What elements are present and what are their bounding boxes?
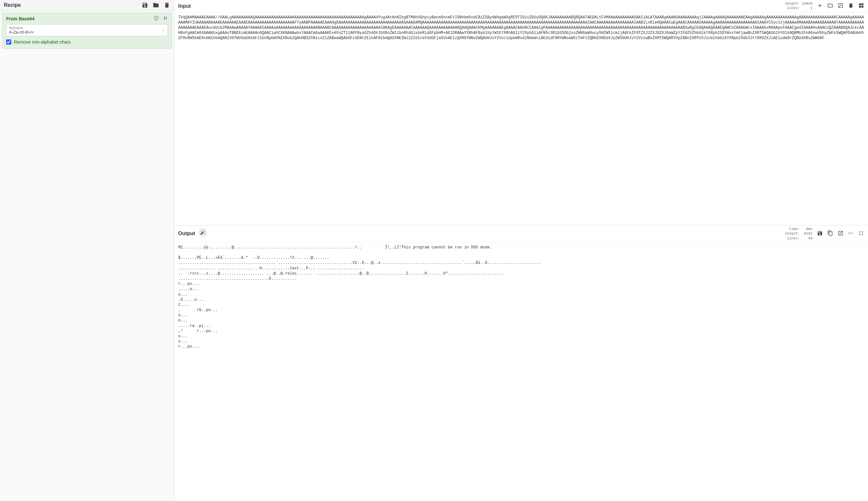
output-meta: time: 6ms length: 8192 lines: 49: [785, 227, 812, 241]
recipe-header: Recipe: [0, 0, 174, 11]
save-icon[interactable]: [142, 2, 148, 8]
maximize-icon[interactable]: [858, 230, 864, 237]
copy-icon[interactable]: [827, 230, 833, 237]
input-textarea[interactable]: TVqQAAMAAAAEAAAA//8AALgAAAAAAAAAQAAAAAAA…: [174, 12, 868, 225]
delete-icon[interactable]: [164, 2, 170, 8]
open-folder-icon[interactable]: [827, 3, 833, 9]
output-block: Output time: 6ms length: 8192 lines: 49: [174, 225, 868, 501]
output-header: Output time: 6ms length: 8192 lines: 49: [174, 225, 868, 242]
disable-icon[interactable]: [154, 15, 159, 22]
operation-header: From Base64: [2, 13, 172, 24]
output-title: Output: [178, 229, 195, 236]
magic-icon[interactable]: [198, 228, 207, 237]
input-block: Input length: 10926 lines: 1 TVqQAAMAAAA…: [174, 0, 868, 225]
input-title: Input: [178, 1, 191, 9]
reset-layout-icon[interactable]: [858, 3, 864, 9]
save-output-icon[interactable]: [817, 230, 823, 237]
recipe-panel: Recipe From Base64: [0, 0, 174, 501]
undo-icon: [848, 230, 854, 237]
add-icon[interactable]: [817, 3, 823, 9]
chevron-down-icon[interactable]: [162, 28, 165, 33]
output-textarea: MZ.........ÿÿ..¸.......@................…: [174, 242, 868, 501]
clear-input-icon[interactable]: [848, 3, 854, 9]
remove-non-alpha-label[interactable]: Remove non-alphabet chars: [14, 40, 71, 45]
operation-name: From Base64: [6, 16, 34, 21]
alphabet-label: Alphabet: [9, 26, 165, 30]
move-output-icon[interactable]: [838, 230, 844, 237]
input-meta: length: 10926 lines: 1: [785, 1, 812, 11]
remove-non-alpha-checkbox[interactable]: [6, 40, 11, 45]
pause-icon[interactable]: [163, 15, 168, 22]
input-tab-icon[interactable]: [838, 3, 844, 9]
alphabet-value: A-Za-z0-9+/=: [9, 30, 165, 34]
recipe-title: Recipe: [4, 2, 21, 8]
io-panel: Input length: 10926 lines: 1 TVqQAAMAAAA…: [174, 0, 868, 501]
folder-icon[interactable]: [153, 2, 159, 8]
operation-card: From Base64 Alphabet A-Za-z0-9+/=: [2, 13, 172, 49]
alphabet-field[interactable]: Alphabet A-Za-z0-9+/=: [6, 24, 168, 36]
input-header: Input length: 10926 lines: 1: [174, 0, 868, 12]
